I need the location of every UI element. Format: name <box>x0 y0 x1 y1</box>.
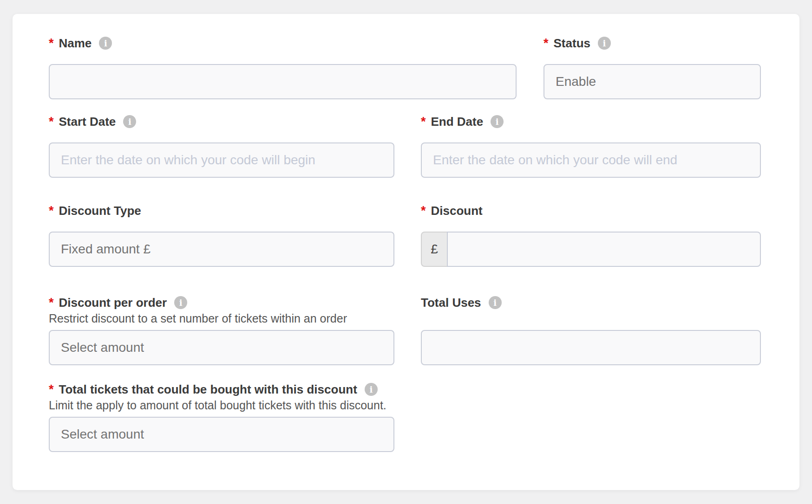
total-tickets-subtitle: Limit the apply to amount of total bough… <box>49 397 394 413</box>
row-name-status: * Name i * Status i Enable <box>49 35 761 99</box>
discount-per-order-subtitle: Restrict discount to a set number of tic… <box>49 310 394 326</box>
info-icon[interactable]: i <box>123 115 136 128</box>
row-dates: * Start Date i * End Date i <box>49 114 761 178</box>
total-tickets-field: * Total tickets that could be bought wit… <box>49 381 394 452</box>
discount-type-label: Discount Type <box>59 204 141 218</box>
status-select[interactable]: Enable <box>544 64 761 99</box>
discount-per-order-label-row: * Discount per order i <box>49 295 394 310</box>
total-uses-label: Total Uses <box>421 296 481 310</box>
total-uses-field: Total Uses i <box>421 295 761 365</box>
end-date-input[interactable] <box>421 142 761 178</box>
end-date-label: End Date <box>431 115 484 129</box>
info-icon[interactable]: i <box>598 37 611 50</box>
name-field: * Name i <box>49 35 517 99</box>
info-icon[interactable]: i <box>489 296 502 309</box>
discount-input-group: £ <box>421 232 761 267</box>
discount-type-select[interactable]: Fixed amount £ <box>49 232 394 267</box>
discount-per-order-label: Discount per order <box>59 296 167 310</box>
info-icon[interactable]: i <box>365 383 378 396</box>
status-label: Status <box>554 36 590 51</box>
info-icon[interactable]: i <box>491 115 504 128</box>
discount-label-row: * Discount <box>421 203 761 219</box>
discount-input[interactable] <box>447 232 761 267</box>
start-date-label: Start Date <box>59 115 116 129</box>
currency-addon: £ <box>421 232 448 267</box>
discount-label: Discount <box>431 204 483 218</box>
row-total-tickets: * Total tickets that could be bought wit… <box>49 381 761 452</box>
name-label-row: * Name i <box>49 35 517 51</box>
required-asterisk: * <box>49 203 54 219</box>
status-field: * Status i Enable <box>544 35 761 99</box>
discount-per-order-select[interactable]: Select amount <box>49 330 394 365</box>
start-date-field: * Start Date i <box>49 114 394 178</box>
discount-form-card: * Name i * Status i Enable * Start Date … <box>13 14 799 490</box>
info-icon[interactable]: i <box>174 296 187 309</box>
total-tickets-label: Total tickets that could be bought with … <box>59 382 357 397</box>
name-input[interactable] <box>49 64 517 99</box>
info-icon[interactable]: i <box>99 37 112 50</box>
discount-per-order-field: * Discount per order i Restrict discount… <box>49 295 394 365</box>
end-date-field: * End Date i <box>421 114 761 178</box>
row-discount: * Discount Type Fixed amount £ * Discoun… <box>49 203 761 267</box>
required-asterisk: * <box>544 35 549 51</box>
name-label: Name <box>59 36 92 51</box>
required-asterisk: * <box>49 295 54 310</box>
status-label-row: * Status i <box>544 35 761 51</box>
discount-type-label-row: * Discount Type <box>49 203 394 219</box>
total-uses-input[interactable] <box>421 330 761 365</box>
start-date-input[interactable] <box>49 142 394 178</box>
total-tickets-label-row: * Total tickets that could be bought wit… <box>49 381 394 397</box>
start-date-label-row: * Start Date i <box>49 114 394 129</box>
required-asterisk: * <box>49 381 54 397</box>
row-per-order-uses: * Discount per order i Restrict discount… <box>49 295 761 365</box>
required-asterisk: * <box>421 114 426 129</box>
required-asterisk: * <box>49 114 54 129</box>
total-tickets-select[interactable]: Select amount <box>49 417 394 452</box>
discount-type-field: * Discount Type Fixed amount £ <box>49 203 394 267</box>
required-asterisk: * <box>421 203 426 219</box>
discount-field: * Discount £ <box>421 203 761 267</box>
required-asterisk: * <box>49 35 54 51</box>
total-uses-label-row: Total Uses i <box>421 295 761 310</box>
end-date-label-row: * End Date i <box>421 114 761 129</box>
